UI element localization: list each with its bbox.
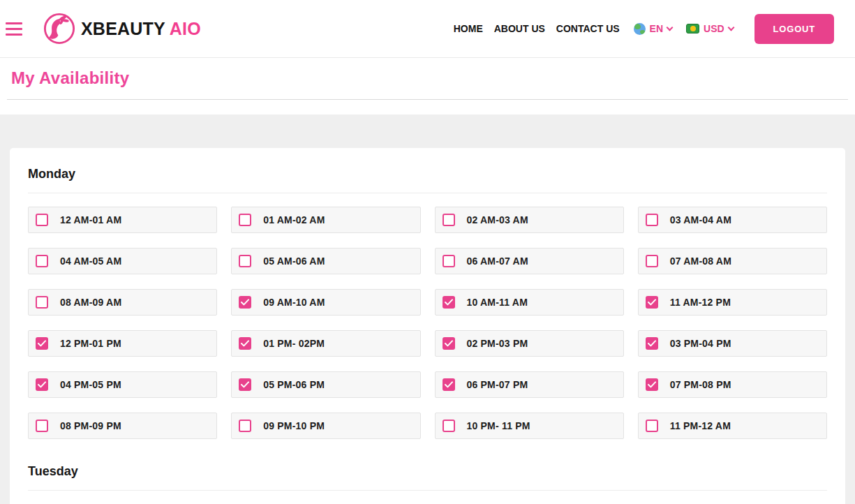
time-slot-label: 09 AM-10 AM <box>263 297 325 308</box>
time-slot[interactable]: 01 PM- 02PM <box>231 330 420 357</box>
checkbox-icon[interactable] <box>646 337 658 350</box>
time-slot[interactable]: 07 PM-08 PM <box>638 371 827 398</box>
checkbox-icon[interactable] <box>36 214 48 226</box>
nav-link-about-us[interactable]: ABOUT US <box>494 23 545 34</box>
day-title: Tuesday <box>28 464 827 479</box>
time-slot[interactable]: 09 AM-10 AM <box>231 289 420 316</box>
time-slot-label: 06 AM-07 AM <box>467 255 528 267</box>
time-slot-label: 03 AM-04 AM <box>670 214 731 225</box>
time-slot-label: 11 AM-12 PM <box>670 297 731 308</box>
time-slot[interactable]: 03 PM-04 PM <box>638 330 827 357</box>
language-selector[interactable]: EN <box>634 23 672 35</box>
page-title: My Availability <box>11 68 855 88</box>
time-slot-label: 10 PM- 11 PM <box>467 420 530 431</box>
time-slot-label: 01 PM- 02PM <box>263 338 325 349</box>
brand-logo-icon <box>43 13 75 45</box>
currency-selector[interactable]: USD <box>686 23 734 34</box>
time-slot[interactable]: 04 PM-05 PM <box>28 371 217 398</box>
checkbox-icon[interactable] <box>443 255 455 267</box>
page-title-band: My Availability <box>0 58 855 114</box>
checkbox-icon[interactable] <box>239 255 251 267</box>
main-content: Monday 12 AM-01 AM 01 AM-02 AM 02 AM-03 … <box>0 114 855 504</box>
checkbox-icon[interactable] <box>646 378 658 391</box>
brand-wordmark: XBEAUTYAIO <box>81 19 201 39</box>
time-slot-label: 08 AM-09 AM <box>60 297 121 308</box>
checkbox-icon[interactable] <box>646 214 658 226</box>
time-slot-label: 11 PM-12 AM <box>670 420 731 431</box>
time-slot[interactable]: 10 AM-11 AM <box>435 289 624 316</box>
nav-link-contact-us[interactable]: CONTACT US <box>556 23 620 34</box>
day-title: Monday <box>28 167 827 181</box>
time-slot-label: 01 AM-02 AM <box>263 214 325 225</box>
checkbox-icon[interactable] <box>239 296 251 309</box>
checkbox-icon[interactable] <box>36 296 48 309</box>
currency-value: USD <box>704 23 724 34</box>
day-section: Monday 12 AM-01 AM 01 AM-02 AM 02 AM-03 … <box>28 167 827 439</box>
checkbox-icon[interactable] <box>36 378 48 391</box>
time-slot[interactable]: 05 AM-06 AM <box>231 248 420 274</box>
time-slot-label: 12 AM-01 AM <box>60 214 121 225</box>
time-slot-label: 04 AM-05 AM <box>60 255 121 267</box>
time-slot-label: 05 AM-06 AM <box>263 255 325 267</box>
checkbox-icon[interactable] <box>646 420 658 432</box>
time-slot[interactable]: 03 AM-04 AM <box>638 207 827 233</box>
currency-flag-icon <box>686 24 699 34</box>
time-slot[interactable]: 12 AM-01 AM <box>28 207 217 233</box>
time-slot-label: 02 AM-03 AM <box>467 214 528 225</box>
chevron-down-icon <box>727 24 734 31</box>
checkbox-icon[interactable] <box>239 214 251 226</box>
time-slot-label: 03 PM-04 PM <box>670 338 731 349</box>
checkbox-icon[interactable] <box>239 420 251 432</box>
time-slot-label: 02 PM-03 PM <box>467 338 528 349</box>
time-slot[interactable]: 11 PM-12 AM <box>638 413 827 439</box>
time-slot-label: 06 PM-07 PM <box>467 379 528 390</box>
nav-link-home[interactable]: HOME <box>454 23 483 34</box>
time-slot[interactable]: 09 PM-10 PM <box>231 413 420 439</box>
brand-logo[interactable]: XBEAUTYAIO <box>43 13 201 45</box>
time-slot[interactable]: 10 PM- 11 PM <box>435 413 624 439</box>
time-slot-label: 09 PM-10 PM <box>263 420 325 431</box>
checkbox-icon[interactable] <box>443 378 455 391</box>
time-slot[interactable]: 02 AM-03 AM <box>435 207 624 233</box>
checkbox-icon[interactable] <box>646 296 658 309</box>
time-slot[interactable]: 06 PM-07 PM <box>435 371 624 398</box>
globe-icon <box>634 23 646 35</box>
time-slot[interactable]: 08 PM-09 PM <box>28 413 217 439</box>
brand-name-secondary: AIO <box>170 19 201 38</box>
time-slot[interactable]: 11 AM-12 PM <box>638 289 827 316</box>
checkbox-icon[interactable] <box>239 378 251 391</box>
time-slot[interactable]: 12 PM-01 PM <box>28 330 217 357</box>
day-section: Tuesday <box>28 464 827 504</box>
checkbox-icon[interactable] <box>443 296 455 309</box>
checkbox-icon[interactable] <box>646 255 658 267</box>
checkbox-icon[interactable] <box>443 214 455 226</box>
time-slot-label: 05 PM-06 PM <box>263 379 325 390</box>
main-nav: HOME ABOUT US CONTACT US EN USD LOGOUT <box>454 14 834 44</box>
time-slot-label: 04 PM-05 PM <box>60 379 121 390</box>
time-slot[interactable]: 07 AM-08 AM <box>638 248 827 274</box>
time-slot[interactable]: 04 AM-05 AM <box>28 248 217 274</box>
language-value: EN <box>650 23 663 34</box>
menu-icon[interactable] <box>6 22 22 36</box>
time-slot-label: 08 PM-09 PM <box>60 420 121 431</box>
checkbox-icon[interactable] <box>443 337 455 350</box>
logout-button[interactable]: LOGOUT <box>754 14 834 44</box>
checkbox-icon[interactable] <box>239 337 251 350</box>
checkbox-icon[interactable] <box>443 420 455 432</box>
checkbox-icon[interactable] <box>36 337 48 350</box>
time-slot[interactable]: 08 AM-09 AM <box>28 289 217 316</box>
header: XBEAUTYAIO HOME ABOUT US CONTACT US EN U… <box>0 0 855 58</box>
time-slot[interactable]: 02 PM-03 PM <box>435 330 624 357</box>
checkbox-icon[interactable] <box>36 255 48 267</box>
checkbox-icon[interactable] <box>36 420 48 432</box>
day-divider <box>28 193 827 193</box>
availability-card: Monday 12 AM-01 AM 01 AM-02 AM 02 AM-03 … <box>10 148 845 504</box>
time-slot-label: 07 AM-08 AM <box>670 255 731 267</box>
chevron-down-icon <box>667 24 674 31</box>
time-slot[interactable]: 01 AM-02 AM <box>231 207 420 233</box>
slot-grid: 12 AM-01 AM 01 AM-02 AM 02 AM-03 AM 03 A… <box>28 207 827 439</box>
time-slot[interactable]: 06 AM-07 AM <box>435 248 624 274</box>
brand-name-primary: XBEAUTY <box>81 19 165 38</box>
time-slot[interactable]: 05 PM-06 PM <box>231 371 420 398</box>
time-slot-label: 12 PM-01 PM <box>60 338 121 349</box>
